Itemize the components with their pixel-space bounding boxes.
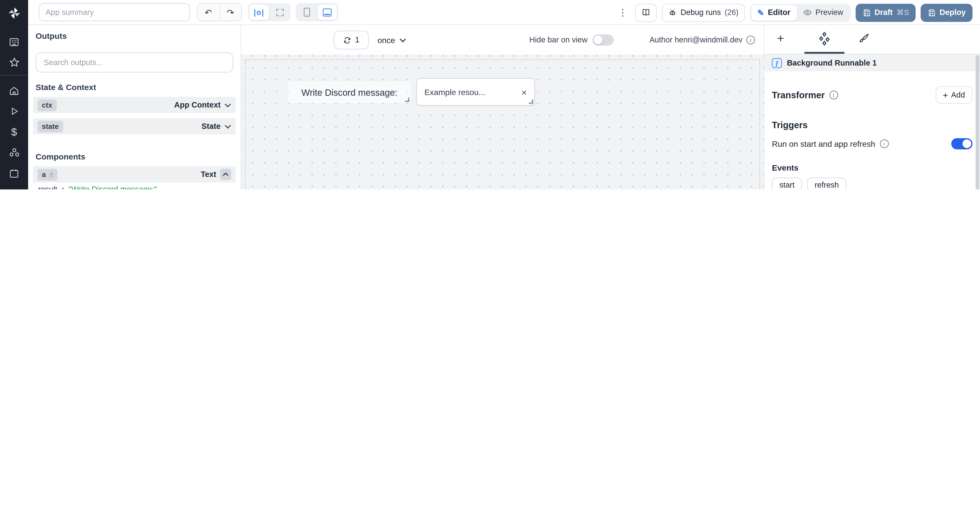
calendar-icon[interactable] [0,164,28,182]
search-outputs-box [36,53,233,72]
event-pill-refresh[interactable]: refresh [807,177,846,189]
save-icon [928,8,936,17]
refresh-count: 1 [355,36,360,45]
state-context-row-state[interactable]: state State [33,118,236,135]
hand-pointer-icon: ☝ [49,170,53,178]
author-label: Author henri@windmill.dev [649,36,743,45]
state-context-title: State & Context [36,83,233,92]
output-field-row: result : "Write Discord message:" [33,182,236,189]
tab-styling[interactable] [854,25,873,53]
components-title: Components [36,152,233,161]
output-type-label: Text [201,170,216,179]
docs-button[interactable] [635,3,657,22]
triggers-title: Triggers [772,120,808,130]
chevron-down-icon [224,124,231,128]
home-icon[interactable] [0,82,28,99]
tab-component-settings[interactable] [813,25,835,53]
hide-bar-toggle[interactable] [593,35,614,46]
bug-icon [668,8,677,17]
mobile-icon [303,8,310,17]
undo-button[interactable]: ↶ [197,4,220,21]
draft-shortcut: ⌘S [897,8,909,17]
panel-scrollbar[interactable] [976,55,980,189]
field-key: result [38,185,57,189]
draft-button[interactable]: Draft ⌘S [856,3,916,22]
resource-select-value: Example resou... [425,87,485,96]
tab-insert-component[interactable]: + [773,25,788,53]
app-summary-input[interactable] [39,3,190,21]
refresh-mode-value: once [377,35,395,45]
add-label: Add [951,91,965,99]
mobile-view-button[interactable] [297,4,316,20]
info-icon[interactable]: i [880,139,889,148]
debug-runs-count: (26) [725,8,738,17]
center-layout-icon: |o| [254,8,264,17]
more-menu-button[interactable]: ⋮ [616,7,630,18]
draft-label: Draft [875,8,892,17]
add-transformer-button[interactable]: + Add [935,86,972,103]
transformer-title: Transformer [772,90,825,100]
layout-mode-group: |o| [248,3,291,21]
star-icon[interactable] [0,54,28,71]
resize-handle[interactable] [529,99,533,103]
run-on-start-toggle[interactable] [951,138,972,150]
rail-divider [0,75,28,76]
output-id-badge: ctx [37,99,56,111]
center-layout-button[interactable]: |o| [249,4,269,20]
play-icon[interactable] [0,103,28,120]
app-canvas[interactable]: Write Discord message: Example resou... … [241,54,764,189]
preview-label: Preview [815,8,843,17]
desktop-view-button[interactable] [318,4,337,20]
state-context-row-ctx[interactable]: ctx App Context [33,97,236,113]
editor-label: Editor [768,8,790,17]
component-output-a[interactable]: a☝ Text [33,166,236,183]
output-type-label: State [202,122,221,130]
event-pill-start[interactable]: start [772,177,802,189]
chevron-down-icon [224,103,231,107]
device-preview-group [296,3,338,21]
info-icon[interactable]: i [746,36,755,45]
chevron-down-icon[interactable] [224,103,231,107]
events-title: Events [772,163,972,172]
windmill-logo-icon[interactable] [6,5,22,21]
chevron-up-icon [223,172,229,176]
fullscreen-button[interactable] [270,4,289,20]
info-icon[interactable]: i [829,91,838,99]
debug-runs-label: Debug runs [681,8,721,17]
tab-editor[interactable]: ✎ Editor [751,5,797,21]
field-value: "Write Discord message:" [68,185,157,189]
refresh-count-button[interactable]: 1 [334,30,369,49]
component-settings-panel: + f Background Runnable 1 Transformer [764,25,980,189]
chevron-down-icon[interactable] [224,124,231,128]
outputs-title: Outputs [28,31,241,41]
apps-icon[interactable] [0,33,28,51]
search-outputs-input[interactable] [43,57,226,67]
resize-handle[interactable] [405,97,409,102]
settings-tabs: + [764,25,980,54]
hide-bar-label: Hide bar on view [529,36,587,45]
outputs-panel: Outputs State & Context ctx App Context … [28,25,241,189]
windmill-app-editor: $⚙ ?→ ↶ ↷ |o| [0,0,980,189]
brush-icon [858,32,870,45]
selected-runnable-title: Background Runnable 1 [787,59,877,67]
canvas-toolbar: 1 once Hide bar on view Author henri@win… [241,25,764,54]
active-tab-indicator [804,52,844,54]
book-icon [641,8,651,17]
desktop-icon [323,8,332,17]
deploy-button[interactable]: Deploy [921,3,972,22]
top-toolbar: ↶ ↷ |o| ⋮ [28,0,980,25]
collapse-button[interactable] [220,169,231,180]
deploy-label: Deploy [940,8,966,17]
editor-preview-switch: ✎ Editor Preview [750,3,851,22]
debug-runs-button[interactable]: Debug runs (26) [662,3,745,22]
resource-select-component[interactable]: Example resou... × [416,78,535,105]
text-component[interactable]: Write Discord message: [288,81,410,103]
expand-icon [275,8,284,17]
tab-preview[interactable]: Preview [797,5,850,21]
output-id-badge: a☝ [37,168,57,180]
refresh-mode-dropdown[interactable]: once [377,30,406,49]
cubes-icon[interactable] [0,144,28,161]
redo-button[interactable]: ↷ [220,4,241,21]
dollar-icon[interactable]: $ [0,123,28,141]
clear-selection-icon[interactable]: × [521,87,527,97]
